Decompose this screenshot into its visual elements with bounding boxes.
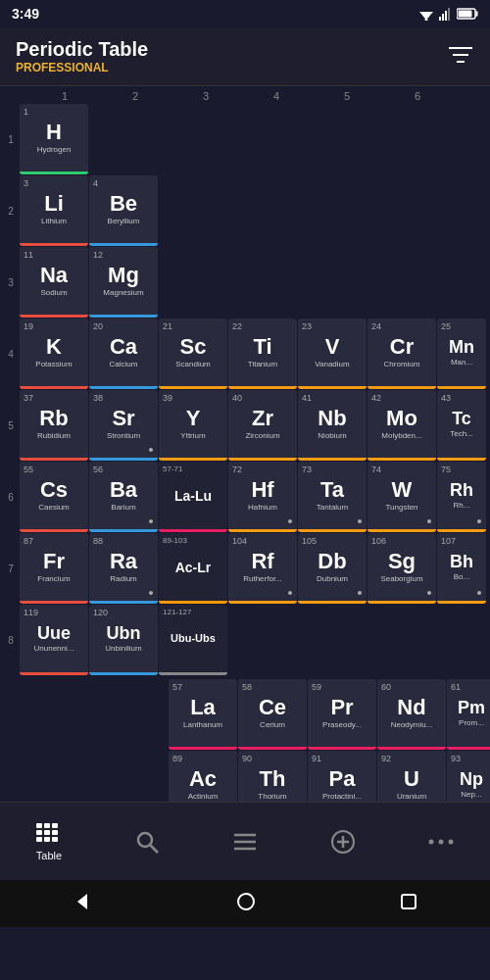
pt-row-6: 6 55 Cs Caesium 56 Ba Barium 57-71 La-Lu… [2,462,488,532]
col-2: 2 [100,90,171,102]
svg-rect-9 [459,11,472,18]
row-num-5: 5 [2,420,20,431]
nav-more[interactable] [402,837,480,847]
element-Pr[interactable]: 59 Pr Praseody... [308,679,376,750]
cell-empty [298,175,367,246]
element-Sc[interactable]: 21 Sc Scandium [159,318,227,389]
element-Sr[interactable]: 38 Sr Strontium [89,390,158,461]
element-W[interactable]: 74 W Tungsten [368,462,436,532]
battery-icon [457,8,478,20]
pt-row-5: 5 37 Rb Rubidium 38 Sr Strontium 39 Y Yt… [2,390,488,461]
element-Na[interactable]: 11 Na Sodium [20,247,88,318]
element-Rf[interactable]: 104 Rf Rutherfor... [228,533,297,604]
wifi-icon [417,7,435,21]
cell-empty [159,175,227,246]
element-Ce[interactable]: 58 Ce Cerium [238,679,307,750]
svg-rect-13 [36,823,42,828]
element-Ba[interactable]: 56 Ba Barium [89,462,158,532]
element-V[interactable]: 23 V Vanadium [298,318,367,389]
svg-rect-6 [448,8,450,21]
element-Ac-Lr[interactable]: 89-103 Ac-Lr [159,533,227,604]
android-nav [0,880,490,927]
cell-empty [228,175,297,246]
element-Pm[interactable]: 61 Pm Prom... [447,679,490,750]
element-U[interactable]: 92 U Uranium [377,751,446,802]
recents-icon [399,892,418,911]
row-num-3: 3 [2,277,20,288]
element-La-Lu[interactable]: 57-71 La-Lu [159,462,227,532]
pt-row-4: 4 19 K Potassium 20 Ca Calcium 21 Sc Sca… [2,318,488,389]
col-4: 4 [241,90,312,102]
element-Bh[interactable]: 107 Bh Bo... [437,533,486,604]
element-Uue[interactable]: 119 Uue Ununenni... [20,605,88,675]
pt-row-7: 7 87 Fr Francium 88 Ra Radium 89-103 Ac-… [2,533,488,604]
column-headers: 1 2 3 4 5 6 [2,90,488,102]
home-button[interactable] [235,891,257,916]
more-icon [427,837,455,847]
element-Mn[interactable]: 25 Mn Man... [437,318,486,389]
element-Ta[interactable]: 73 Ta Tantalum [298,462,367,532]
actinide-row: 89 Ac Actinium 90 Th Thorium 91 Pa Prota… [2,751,488,802]
svg-line-23 [150,845,158,853]
element-H[interactable]: 1 H Hydrogen [20,104,88,174]
signal-icon [439,7,453,21]
row-8-cells: 119 Uue Ununenni... 120 Ubn Unbinilium 1… [20,605,227,675]
element-Tc[interactable]: 43 Tc Tech... [437,390,486,461]
element-Rb[interactable]: 37 Rb Rubidium [20,390,88,461]
home-icon [235,891,257,912]
pt-row-3: 3 11 Na Sodium 12 Mg Magnesium [2,247,488,318]
app-title: Periodic Table PROFESSIONAL [16,38,148,74]
element-Nb[interactable]: 41 Nb Niobium [298,390,367,461]
element-Np[interactable]: 93 Np Nep... [447,751,490,802]
element-K[interactable]: 19 K Potassium [20,318,88,389]
svg-rect-19 [36,837,42,842]
svg-rect-4 [442,14,444,21]
top-bar: Periodic Table PROFESSIONAL [0,27,490,86]
element-Ac[interactable]: 89 Ac Actinium [169,751,237,802]
svg-rect-15 [52,823,58,828]
element-Cs[interactable]: 55 Cs Caesium [20,462,88,532]
element-Db[interactable]: 105 Db Dubnium [298,533,367,604]
nav-search[interactable] [108,829,186,855]
element-Ubn[interactable]: 120 Ubn Unbinilium [89,605,158,675]
cell-empty [29,751,98,802]
svg-rect-14 [44,823,50,828]
element-Mg[interactable]: 12 Mg Magnesium [89,247,158,318]
element-Ubu-Ubs[interactable]: 121-127 Ubu-Ubs [159,605,227,675]
cell-empty [159,247,227,318]
element-Hf[interactable]: 72 Hf Hafnium [228,462,297,532]
nav-list[interactable] [206,831,284,853]
element-Be[interactable]: 4 Be Beryllium [89,175,158,246]
svg-rect-17 [44,830,50,835]
element-Sg[interactable]: 106 Sg Seaborgium [368,533,436,604]
element-Y[interactable]: 39 Y Yttrium [159,390,227,461]
svg-point-34 [238,894,254,909]
nav-add[interactable] [304,828,382,856]
nav-table[interactable]: Table [10,822,88,861]
cell-empty [99,751,168,802]
element-Ra[interactable]: 88 Ra Radium [89,533,158,604]
element-Th[interactable]: 90 Th Thorium [238,751,307,802]
back-button[interactable] [72,891,93,916]
filter-button[interactable] [447,44,474,70]
element-Fr[interactable]: 87 Fr Francium [20,533,88,604]
element-Zr[interactable]: 40 Zr Zirconium [228,390,297,461]
list-icon [232,831,258,853]
element-Pa[interactable]: 91 Pa Protactini... [308,751,376,802]
element-Li[interactable]: 3 Li Lithium [20,175,88,246]
element-Ca[interactable]: 20 Ca Calcium [89,318,158,389]
svg-rect-3 [439,17,441,21]
element-La[interactable]: 57 La Lanthanum [169,679,237,750]
element-Mo[interactable]: 42 Mo Molybden... [368,390,436,461]
svg-point-2 [425,19,428,22]
app-title-main: Periodic Table [16,38,148,61]
element-Cr[interactable]: 24 Cr Chromium [368,318,436,389]
row-5-cells: 37 Rb Rubidium 38 Sr Strontium 39 Y Yttr… [20,390,486,461]
element-Ti[interactable]: 22 Ti Titanium [228,318,297,389]
element-Rh[interactable]: 75 Rh Rh... [437,462,486,532]
status-bar: 3:49 [0,0,490,27]
element-Nd[interactable]: 60 Nd Neodymiu... [377,679,446,750]
svg-point-22 [138,833,152,847]
row-num-6: 6 [2,492,20,503]
recents-button[interactable] [399,892,418,915]
